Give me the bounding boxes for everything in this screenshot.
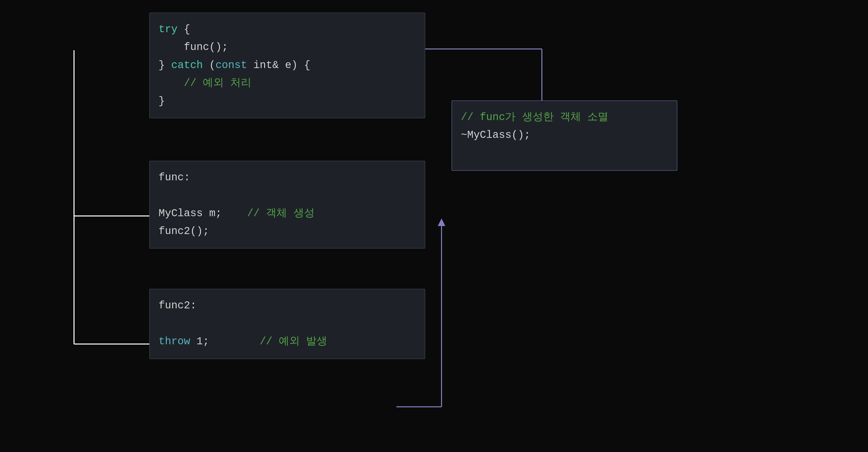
destructor-code: // func가 생성한 객체 소멸 ~MyClass();: [461, 109, 668, 144]
func2-code: func2: throw 1; // 예외 발생: [159, 297, 416, 350]
try-catch-box: try { func(); } catch (const int& e) { /…: [149, 12, 425, 118]
func-box: func: MyClass m; // 객체 생성 func2();: [149, 161, 425, 249]
func-code: func: MyClass m; // 객체 생성 func2();: [159, 169, 416, 241]
svg-marker-8: [438, 219, 445, 226]
try-catch-code: try { func(); } catch (const int& e) { /…: [159, 21, 416, 110]
destructor-box: // func가 생성한 객체 소멸 ~MyClass();: [452, 101, 677, 171]
func2-box: func2: throw 1; // 예외 발생: [149, 289, 425, 359]
